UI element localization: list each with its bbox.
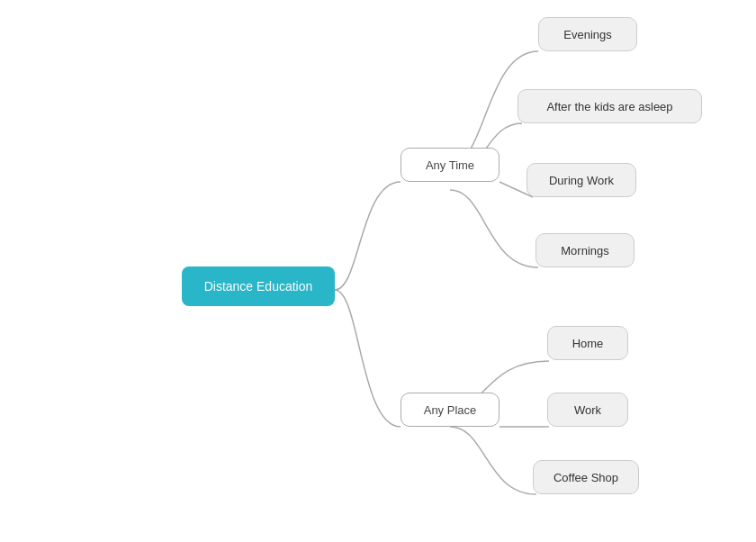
node-coffee-shop[interactable]: Coffee Shop [533, 460, 639, 494]
node-any-time[interactable]: Any Time [400, 148, 500, 182]
node-mornings[interactable]: Mornings [536, 233, 634, 267]
node-any-place[interactable]: Any Place [400, 393, 500, 427]
node-work[interactable]: Work [547, 393, 628, 427]
node-home[interactable]: Home [547, 326, 628, 360]
node-after-kids[interactable]: After the kids are asleep [518, 89, 702, 123]
node-evenings[interactable]: Evenings [538, 17, 637, 51]
node-root[interactable]: Distance Education [182, 266, 335, 306]
connections-svg [0, 0, 756, 542]
mind-map-canvas: Distance Education Any Time Any Place Ev… [0, 0, 756, 542]
node-during-work[interactable]: During Work [526, 163, 636, 197]
